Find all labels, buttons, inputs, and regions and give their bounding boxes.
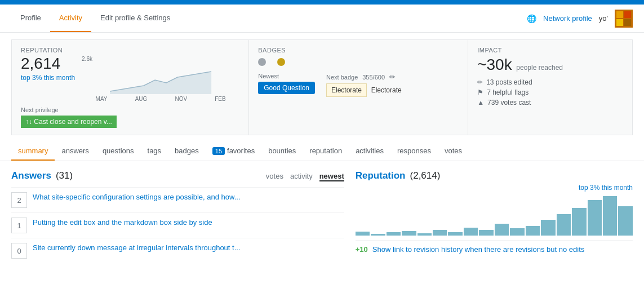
answers-title: Answers bbox=[11, 170, 51, 181]
impact-stat-1: ✏ 13 posts edited bbox=[477, 78, 623, 86]
reputation-section-title: Reputation bbox=[356, 170, 406, 181]
sub-tab-favorites[interactable]: 15 favorites bbox=[206, 142, 261, 161]
site-header: Profile Activity Edit profile & Settings… bbox=[0, 5, 644, 33]
reputation-label: REPUTATION bbox=[21, 47, 239, 54]
sort-votes[interactable]: votes bbox=[266, 172, 283, 181]
impact-stat-3: ▲ 739 votes cast bbox=[477, 99, 623, 107]
content-area: Answers (31) votes activity newest 2 Wha… bbox=[0, 161, 644, 272]
next-badge-label: Next badge bbox=[326, 74, 358, 81]
sub-tab-tags[interactable]: tags bbox=[141, 142, 168, 161]
header-right: 🌐 Network profile yo' bbox=[527, 10, 633, 28]
next-badge-progress: 355/600 bbox=[362, 74, 385, 81]
badge-silver bbox=[258, 58, 268, 66]
sub-tab-activities[interactable]: activities bbox=[349, 142, 390, 161]
rep-change-link[interactable]: Show link to revision history when there… bbox=[372, 245, 584, 254]
answer-item-1: 2 What site-specific configuration setti… bbox=[11, 187, 344, 212]
stats-section: REPUTATION 2,614 top 3% this month 2.6k bbox=[11, 39, 633, 135]
badges-label: BADGES bbox=[258, 47, 459, 54]
answer-title-2[interactable]: Putting the edit box and the markdown bo… bbox=[33, 218, 212, 228]
vote-count-1: 2 bbox=[11, 192, 27, 208]
reputation-chart: 2.6k MAY AUG NOV FEB bbox=[82, 56, 239, 102]
sub-tab-responses[interactable]: responses bbox=[390, 142, 438, 161]
next-badge-name: Electorate bbox=[326, 83, 367, 97]
nav-tabs: Profile Activity Edit profile & Settings bbox=[11, 5, 179, 32]
sub-tab-bounties[interactable]: bounties bbox=[261, 142, 303, 161]
impact-block: IMPACT ~30k people reached ✏ 13 posts ed… bbox=[468, 40, 632, 135]
next-badge-name-text: Electorate bbox=[371, 86, 402, 94]
answer-title-1[interactable]: What site-specific configuration setting… bbox=[33, 192, 241, 202]
top-bar bbox=[0, 0, 644, 5]
rep-top-percent: top 3% this month bbox=[356, 184, 633, 192]
username: yo' bbox=[599, 14, 608, 23]
tab-edit-profile[interactable]: Edit profile & Settings bbox=[91, 5, 179, 32]
user-avatar bbox=[615, 10, 633, 28]
sub-tab-badges[interactable]: badges bbox=[168, 142, 206, 161]
reputation-block: REPUTATION 2,614 top 3% this month 2.6k bbox=[12, 40, 249, 135]
answers-count: (31) bbox=[56, 170, 73, 181]
rep-change-row: +10 Show link to revision history when t… bbox=[356, 240, 633, 258]
vote-count-3: 0 bbox=[11, 243, 27, 259]
sort-newest[interactable]: newest bbox=[319, 172, 344, 181]
next-privilege-value: ↑↓ Cast close and reopen v... bbox=[21, 116, 117, 128]
rep-plus: +10 bbox=[356, 245, 368, 254]
rep-chart bbox=[356, 196, 633, 236]
sub-tabs: summary answers questions tags badges 15… bbox=[0, 142, 644, 161]
network-profile-link[interactable]: Network profile bbox=[543, 14, 592, 23]
newest-label: Newest bbox=[258, 73, 315, 79]
badge-gold bbox=[277, 58, 287, 66]
chart-label-aug: AUG bbox=[135, 96, 148, 102]
chart-label-feb: FEB bbox=[215, 96, 225, 102]
reputation-section: Reputation (2,614) top 3% this month bbox=[356, 170, 633, 263]
reputation-value: 2,614 bbox=[21, 56, 75, 72]
sub-tab-reputation[interactable]: reputation bbox=[303, 142, 349, 161]
reputation-sub: top 3% this month bbox=[21, 74, 75, 82]
badges-block: BADGES Newest Good Question Next badge 3… bbox=[249, 40, 468, 135]
impact-stat-2: ⚑ 7 helpful flags bbox=[477, 88, 623, 96]
sub-tab-answers[interactable]: answers bbox=[55, 142, 95, 161]
chart-label-nov: NOV bbox=[175, 96, 187, 102]
svg-marker-0 bbox=[110, 72, 211, 94]
answers-section: Answers (31) votes activity newest 2 Wha… bbox=[11, 170, 344, 263]
network-icon: 🌐 bbox=[527, 14, 536, 23]
sub-tab-votes[interactable]: votes bbox=[438, 142, 469, 161]
answer-title-3[interactable]: Site currently down message at irregular… bbox=[33, 243, 241, 253]
answer-item-2: 1 Putting the edit box and the markdown … bbox=[11, 212, 344, 238]
answer-item-3: 0 Site currently down message at irregul… bbox=[11, 238, 344, 263]
impact-stats: ✏ 13 posts edited ⚑ 7 helpful flags ▲ 73… bbox=[477, 78, 623, 107]
impact-sub: people reached bbox=[516, 64, 563, 72]
tab-profile[interactable]: Profile bbox=[11, 5, 50, 32]
sort-activity[interactable]: activity bbox=[290, 172, 313, 181]
favorites-badge: 15 bbox=[212, 147, 225, 155]
newest-badge: Good Question bbox=[258, 82, 315, 94]
votes-icon: ▲ bbox=[477, 99, 484, 107]
impact-label: IMPACT bbox=[477, 47, 623, 54]
vote-count-2: 1 bbox=[11, 218, 27, 233]
sub-tab-questions[interactable]: questions bbox=[96, 142, 141, 161]
tab-activity[interactable]: Activity bbox=[50, 5, 91, 32]
sub-tab-summary[interactable]: summary bbox=[11, 142, 55, 161]
reputation-section-count: (2,614) bbox=[410, 170, 441, 181]
chart-label-may: MAY bbox=[96, 96, 108, 102]
flag-icon: ⚑ bbox=[477, 88, 483, 96]
reputation-chart-svg bbox=[82, 63, 239, 94]
edit-icon: ✏ bbox=[477, 78, 483, 86]
next-privilege-label: Next privilege bbox=[21, 107, 239, 113]
next-privilege-section: Next privilege ↑↓ Cast close and reopen … bbox=[21, 107, 239, 128]
impact-value: ~30k bbox=[477, 56, 512, 73]
edit-next-badge-icon[interactable]: ✏ bbox=[389, 73, 396, 81]
